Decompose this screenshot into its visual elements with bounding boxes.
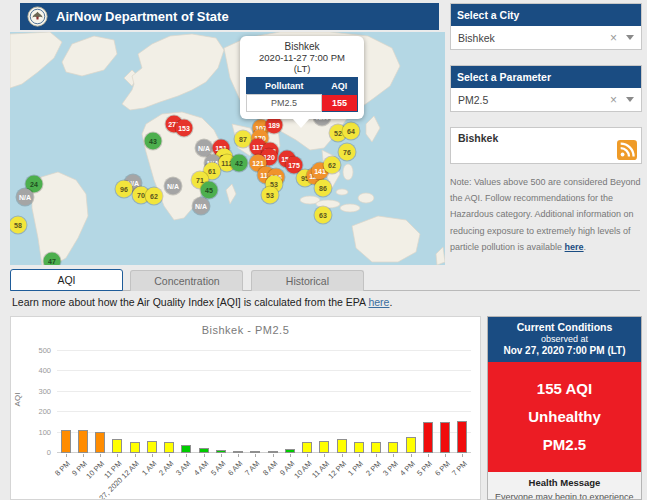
- y-tick-label: 300: [25, 387, 51, 396]
- aqi-markers-layer: 24N/A584743N/A967062271153N/A15184N/A112…: [10, 32, 445, 265]
- current-conditions-title: Current Conditions: [491, 321, 638, 333]
- map-marker[interactable]: 45: [201, 182, 218, 199]
- clear-icon[interactable]: ×: [610, 32, 617, 44]
- chart-bar[interactable]: [147, 441, 157, 453]
- x-slot: 4 AM: [195, 454, 212, 500]
- health-message-block: Health Message Everyone may begin to exp…: [488, 472, 641, 500]
- map-marker[interactable]: 43: [145, 133, 162, 150]
- chart-bar[interactable]: [285, 449, 295, 453]
- x-tick-mark: [428, 454, 429, 457]
- chart-bar[interactable]: [371, 442, 381, 453]
- bar-slot: [212, 351, 229, 453]
- bar-slot: [350, 351, 367, 453]
- map-marker[interactable]: 42: [231, 155, 248, 172]
- map-marker[interactable]: N/A: [17, 189, 34, 206]
- x-slot: 1 AM: [143, 454, 160, 500]
- chart-bar[interactable]: [216, 450, 226, 453]
- x-tick-mark: [204, 454, 205, 457]
- tab-aqi[interactable]: AQI: [10, 269, 123, 291]
- map-marker[interactable]: 153: [176, 120, 193, 137]
- x-tick-label: 6 AM: [226, 459, 244, 477]
- x-slot: 4 PM: [402, 454, 419, 500]
- city-select[interactable]: Bishkek ×: [451, 26, 641, 49]
- chart-bar[interactable]: [233, 451, 243, 453]
- x-tick-mark: [290, 454, 291, 457]
- world-map[interactable]: 24N/A584743N/A967062271153N/A15184N/A112…: [10, 32, 445, 265]
- chart-bar[interactable]: [388, 442, 398, 453]
- clear-icon[interactable]: ×: [610, 94, 617, 106]
- bar-slot: [454, 351, 471, 453]
- map-marker[interactable]: 189: [266, 117, 283, 134]
- x-slot: 6 AM: [230, 454, 247, 500]
- chart-bar[interactable]: [61, 430, 71, 453]
- chevron-down-icon[interactable]: [626, 35, 634, 40]
- x-slot: 1 PM: [350, 454, 367, 500]
- chart-bar[interactable]: [457, 421, 467, 453]
- aqi-value: 155 AQI: [488, 375, 641, 403]
- chart-bar[interactable]: [440, 422, 450, 453]
- chart-bar[interactable]: [337, 439, 347, 453]
- bar-slot: [195, 351, 212, 453]
- bar-slot: [402, 351, 419, 453]
- chart-bar[interactable]: [130, 442, 140, 453]
- map-marker[interactable]: N/A: [165, 178, 182, 195]
- chart-bar[interactable]: [268, 451, 278, 453]
- map-marker[interactable]: N/A: [193, 198, 210, 215]
- chart-bar[interactable]: [164, 442, 174, 453]
- learn-more-text: Learn more about how the Air Quality Ind…: [12, 296, 368, 308]
- chart-bar[interactable]: [95, 432, 105, 453]
- bar-slot: [126, 351, 143, 453]
- chart-bar[interactable]: [181, 445, 191, 453]
- map-marker[interactable]: 62: [324, 157, 341, 174]
- x-tick-mark: [169, 454, 170, 457]
- map-marker[interactable]: 96: [116, 181, 133, 198]
- map-marker[interactable]: 63: [315, 207, 332, 224]
- bar-slot: [385, 351, 402, 453]
- map-marker[interactable]: 62: [146, 188, 163, 205]
- x-tick-mark: [324, 454, 325, 457]
- app-title: AirNow Department of State: [56, 9, 229, 24]
- parameter-select[interactable]: PM2.5 ×: [451, 88, 641, 111]
- tab-concentration[interactable]: Concentration: [130, 270, 243, 291]
- chart-bar[interactable]: [112, 439, 122, 453]
- learn-more-here-link[interactable]: here: [368, 296, 389, 308]
- map-marker[interactable]: 53: [262, 187, 279, 204]
- parameter-select-label: Select a Parameter: [451, 66, 641, 88]
- x-tick-label: 2 AM: [157, 459, 175, 477]
- map-marker[interactable]: 47: [44, 253, 61, 266]
- x-slot: 8 AM: [264, 454, 281, 500]
- chart-bar[interactable]: [423, 422, 433, 453]
- popup-table: Pollutant AQI PM2.5 155: [246, 77, 358, 112]
- x-tick-mark: [307, 454, 308, 457]
- map-marker[interactable]: 64: [343, 123, 360, 140]
- x-slot: 12 PM: [333, 454, 350, 500]
- parameter-select-value: PM2.5: [458, 94, 488, 106]
- chevron-down-icon[interactable]: [626, 97, 634, 102]
- chart-bar[interactable]: [78, 430, 88, 453]
- map-marker[interactable]: 58: [10, 217, 27, 234]
- x-tick-label: 8 PM: [53, 459, 72, 478]
- note-here-link[interactable]: here: [565, 242, 584, 252]
- rss-icon[interactable]: [617, 140, 637, 160]
- x-tick-label: 4 AM: [192, 459, 210, 477]
- bar-slot: [368, 351, 385, 453]
- popup-pollutant-header: Pollutant: [247, 78, 322, 95]
- chart-bar[interactable]: [354, 442, 364, 453]
- chart-bar[interactable]: [406, 437, 416, 453]
- chart-bar[interactable]: [250, 451, 260, 453]
- bar-slot: [419, 351, 436, 453]
- popup-datetime: 2020-11-27 7:00 PM: [246, 52, 358, 63]
- chart-bar[interactable]: [199, 448, 209, 453]
- aqi-chart-card: Bishkek - PM2.5 AQI 0100200300400500 8 P…: [10, 316, 481, 500]
- map-marker[interactable]: 76: [339, 144, 356, 161]
- popup-city: Bishkek: [246, 41, 358, 52]
- chart-bar[interactable]: [302, 442, 312, 453]
- map-marker[interactable]: 86: [315, 180, 332, 197]
- x-tick-label: 7 PM: [450, 459, 469, 478]
- tab-historical[interactable]: Historical: [251, 270, 364, 291]
- x-tick-mark: [66, 454, 67, 457]
- learn-more-suffix: .: [389, 296, 392, 308]
- chart-bars: [57, 351, 471, 453]
- bar-slot: [281, 351, 298, 453]
- chart-bar[interactable]: [319, 441, 329, 453]
